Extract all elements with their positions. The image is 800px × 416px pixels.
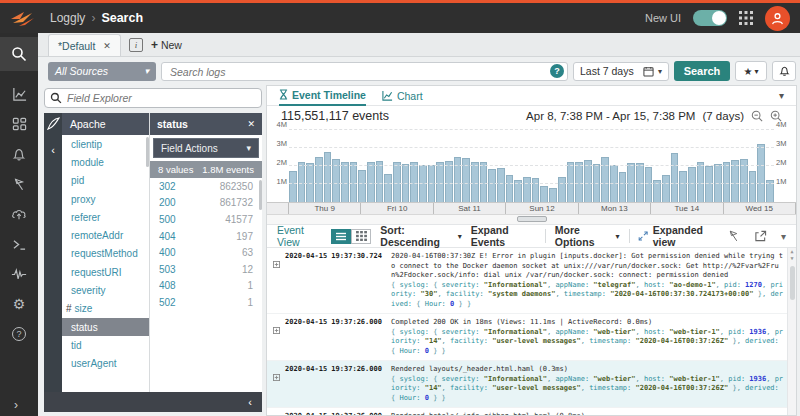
timeline-bar[interactable] [454, 157, 462, 202]
user-avatar[interactable] [765, 6, 790, 31]
timeline-bar[interactable] [619, 172, 627, 202]
panel-collapse-chevron[interactable]: ‹ [51, 144, 55, 156]
field-item[interactable]: severity [62, 281, 149, 299]
field-item[interactable]: module [62, 153, 149, 171]
status-code-value[interactable]: 408 [159, 280, 176, 291]
field-item[interactable]: tid [62, 336, 149, 354]
nav-dashboards-icon[interactable] [0, 109, 38, 139]
status-list-scrollbar[interactable] [259, 180, 262, 210]
sort-dropdown[interactable]: Sort: Descending ▾ [380, 224, 461, 248]
timeline-collapse-caret[interactable]: ▾ [779, 90, 784, 101]
nav-source-setup-icon[interactable] [0, 199, 38, 229]
timeline-bar[interactable] [688, 167, 696, 202]
timeline-bar[interactable] [679, 171, 687, 203]
timeline-bar[interactable] [540, 186, 548, 202]
log-event-row[interactable]: 2020-04-15 19:37:26.000Rendered hotels/_… [267, 408, 796, 415]
field-item[interactable]: requestMethod [62, 245, 149, 263]
scroll-up-icon[interactable]: ▲ [790, 248, 793, 255]
field-group-header[interactable]: Apache [62, 113, 149, 135]
nav-search-icon[interactable] [0, 37, 38, 71]
search-logs-input[interactable] [161, 62, 568, 81]
timeline-bar[interactable] [757, 144, 765, 202]
status-value-row[interactable]: 5021 [150, 294, 262, 311]
more-options-dropdown[interactable]: More Options ▾ [555, 224, 620, 248]
timeline-bar[interactable] [436, 162, 444, 203]
alerts-button[interactable] [772, 61, 796, 81]
timeline-bar[interactable] [723, 162, 731, 203]
log-event-row[interactable]: 2020-04-15 19:37:30.7242020-04-16T00:37:… [267, 248, 796, 314]
timeline-bar[interactable] [749, 171, 757, 202]
field-item[interactable]: referer [62, 208, 149, 226]
scroll-down-icon[interactable]: ▼ [790, 255, 793, 262]
search-button[interactable]: Search [674, 61, 730, 81]
timeline-bar[interactable] [558, 177, 566, 202]
timeline-bar[interactable] [497, 168, 505, 202]
tab-info-button[interactable]: i [129, 38, 143, 52]
expand-event-icon[interactable] [273, 318, 285, 356]
timeline-bar[interactable] [601, 157, 609, 202]
expand-event-icon[interactable] [273, 252, 285, 309]
timeline-bar[interactable] [584, 160, 592, 202]
field-item[interactable]: status [62, 318, 149, 336]
zoom-out-icon[interactable] [751, 110, 763, 122]
new-ui-toggle[interactable] [693, 10, 727, 26]
expand-event-icon[interactable] [273, 365, 285, 403]
timeline-bar[interactable] [315, 157, 323, 202]
status-code-value[interactable]: 503 [159, 264, 176, 275]
log-event-row[interactable]: 2020-04-15 19:37:26.000Completed 200 OK … [267, 314, 796, 361]
field-item[interactable]: userAgent [62, 355, 149, 373]
scrollbar-thumb[interactable] [790, 266, 795, 300]
rail-expand-chevron[interactable]: › [0, 398, 18, 412]
nav-charts-icon[interactable] [0, 79, 38, 109]
status-panel-close-icon[interactable]: ✕ [247, 119, 255, 129]
timeline-bar[interactable] [506, 175, 514, 202]
footer-collapse-chevron[interactable]: ‹ [248, 396, 252, 408]
timeline-bar[interactable] [410, 162, 418, 203]
export-icon[interactable] [754, 230, 767, 242]
timeline-bar[interactable] [532, 178, 540, 202]
tab-chart[interactable]: Chart [382, 86, 423, 106]
timeline-bar[interactable] [376, 161, 384, 202]
search-help-icon[interactable]: ? [550, 64, 564, 78]
status-code-value[interactable]: 302 [159, 181, 176, 192]
chart-drag-handle[interactable] [517, 216, 547, 222]
field-item[interactable]: requestURI [62, 263, 149, 281]
expand-events-button[interactable]: Expand Events [471, 224, 536, 248]
all-sources-dropdown[interactable]: All Sources ▾ [48, 62, 156, 81]
status-value-row[interactable]: 50041577 [150, 211, 262, 228]
field-item[interactable]: remoteAddr [62, 226, 149, 244]
timeline-bar[interactable] [445, 161, 453, 202]
tab-default[interactable]: *Default ✕ [48, 34, 121, 56]
tab-close-icon[interactable]: ✕ [103, 41, 111, 51]
nav-terminal-icon[interactable] [0, 229, 38, 259]
tab-event-timeline[interactable]: Event Timeline [279, 86, 366, 106]
field-item[interactable]: pid [62, 172, 149, 190]
nav-settings-icon[interactable]: ⚙ [0, 289, 38, 319]
timeline-bar[interactable] [645, 167, 653, 202]
event-list-scrollbar[interactable]: ▲ ▼ [787, 248, 796, 415]
status-code-value[interactable]: 502 [159, 297, 176, 308]
field-list-scrollbar[interactable] [146, 137, 149, 167]
status-value-row[interactable]: 50312 [150, 261, 262, 278]
field-item[interactable]: proxy [62, 190, 149, 208]
timeline-bar[interactable] [705, 166, 713, 202]
status-value-row[interactable]: 4081 [150, 278, 262, 295]
nav-alerts-icon[interactable] [0, 139, 38, 169]
timeline-bar[interactable] [549, 188, 557, 202]
event-view-collapse-caret[interactable]: ▾ [781, 231, 786, 242]
field-explorer-input[interactable] [44, 88, 262, 108]
field-item[interactable]: clientip [62, 135, 149, 153]
nav-help-icon[interactable]: ? [0, 319, 38, 349]
app-grid-icon[interactable] [739, 11, 753, 25]
expanded-view-toggle[interactable]: Expanded view [638, 224, 718, 248]
status-code-value[interactable]: 200 [159, 197, 176, 208]
timeline-bar[interactable] [289, 171, 297, 203]
list-view-button[interactable] [331, 229, 351, 244]
nav-live-tail-icon[interactable] [0, 259, 38, 289]
status-code-value[interactable]: 404 [159, 231, 176, 242]
expand-event-icon[interactable] [273, 412, 285, 415]
timeline-bar[interactable] [324, 152, 332, 202]
saved-searches-button[interactable]: ★ ▾ [735, 61, 767, 81]
timeline-bar[interactable] [662, 175, 670, 202]
field-item[interactable]: #size [62, 300, 149, 318]
